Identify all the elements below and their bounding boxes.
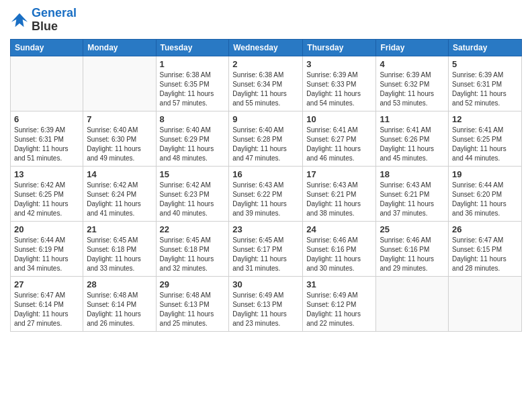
day-number: 26 [452, 224, 518, 234]
calendar-cell: 2Sunrise: 6:38 AM Sunset: 6:34 PM Daylig… [229, 56, 303, 111]
calendar-cell [83, 56, 156, 111]
day-number: 12 [452, 114, 518, 124]
calendar-cell [11, 56, 83, 111]
logo-icon [10, 11, 29, 30]
day-info: Sunrise: 6:40 AM Sunset: 6:30 PM Dayligh… [87, 126, 152, 163]
day-info: Sunrise: 6:49 AM Sunset: 6:12 PM Dayligh… [306, 291, 372, 328]
day-number: 23 [232, 224, 299, 234]
day-info: Sunrise: 6:48 AM Sunset: 6:14 PM Dayligh… [87, 291, 152, 328]
day-info: Sunrise: 6:38 AM Sunset: 6:34 PM Dayligh… [232, 71, 299, 108]
weekday-header-monday: Monday [83, 39, 156, 56]
day-info: Sunrise: 6:39 AM Sunset: 6:33 PM Dayligh… [306, 71, 372, 108]
weekday-header-thursday: Thursday [303, 39, 376, 56]
day-number: 14 [87, 169, 152, 179]
day-info: Sunrise: 6:48 AM Sunset: 6:13 PM Dayligh… [160, 291, 226, 328]
calendar-cell: 31Sunrise: 6:49 AM Sunset: 6:12 PM Dayli… [303, 276, 376, 331]
week-row-5: 27Sunrise: 6:47 AM Sunset: 6:14 PM Dayli… [11, 276, 522, 331]
calendar-cell: 9Sunrise: 6:40 AM Sunset: 6:28 PM Daylig… [229, 111, 303, 166]
day-info: Sunrise: 6:43 AM Sunset: 6:22 PM Dayligh… [232, 181, 299, 218]
calendar-cell: 29Sunrise: 6:48 AM Sunset: 6:13 PM Dayli… [156, 276, 229, 331]
day-number: 2 [232, 59, 299, 69]
calendar-cell: 6Sunrise: 6:39 AM Sunset: 6:31 PM Daylig… [11, 111, 83, 166]
day-info: Sunrise: 6:46 AM Sunset: 6:16 PM Dayligh… [380, 236, 445, 273]
day-number: 21 [87, 224, 152, 234]
calendar-cell: 24Sunrise: 6:46 AM Sunset: 6:16 PM Dayli… [303, 221, 376, 276]
calendar-cell: 5Sunrise: 6:39 AM Sunset: 6:31 PM Daylig… [449, 56, 522, 111]
weekday-header-saturday: Saturday [449, 39, 522, 56]
day-info: Sunrise: 6:41 AM Sunset: 6:25 PM Dayligh… [452, 126, 518, 163]
day-info: Sunrise: 6:49 AM Sunset: 6:13 PM Dayligh… [232, 291, 299, 328]
calendar-cell: 22Sunrise: 6:45 AM Sunset: 6:18 PM Dayli… [156, 221, 229, 276]
calendar-cell: 3Sunrise: 6:39 AM Sunset: 6:33 PM Daylig… [303, 56, 376, 111]
day-info: Sunrise: 6:40 AM Sunset: 6:28 PM Dayligh… [232, 126, 299, 163]
day-info: Sunrise: 6:38 AM Sunset: 6:35 PM Dayligh… [160, 71, 226, 108]
day-number: 4 [380, 59, 445, 69]
day-number: 27 [14, 279, 79, 289]
day-info: Sunrise: 6:42 AM Sunset: 6:25 PM Dayligh… [14, 181, 79, 218]
calendar-cell: 10Sunrise: 6:41 AM Sunset: 6:27 PM Dayli… [303, 111, 376, 166]
calendar-cell: 28Sunrise: 6:48 AM Sunset: 6:14 PM Dayli… [83, 276, 156, 331]
day-number: 20 [14, 224, 79, 234]
calendar-cell: 4Sunrise: 6:39 AM Sunset: 6:32 PM Daylig… [376, 56, 449, 111]
calendar-cell: 8Sunrise: 6:40 AM Sunset: 6:29 PM Daylig… [156, 111, 229, 166]
calendar-cell: 23Sunrise: 6:45 AM Sunset: 6:17 PM Dayli… [229, 221, 303, 276]
day-info: Sunrise: 6:43 AM Sunset: 6:21 PM Dayligh… [306, 181, 372, 218]
calendar-cell: 16Sunrise: 6:43 AM Sunset: 6:22 PM Dayli… [229, 166, 303, 221]
day-info: Sunrise: 6:44 AM Sunset: 6:20 PM Dayligh… [452, 181, 518, 218]
logo-text: GeneralBlue [32, 7, 77, 34]
day-number: 16 [232, 169, 299, 179]
calendar-cell: 25Sunrise: 6:46 AM Sunset: 6:16 PM Dayli… [376, 221, 449, 276]
day-info: Sunrise: 6:45 AM Sunset: 6:18 PM Dayligh… [87, 236, 152, 273]
day-number: 19 [452, 169, 518, 179]
day-info: Sunrise: 6:45 AM Sunset: 6:17 PM Dayligh… [232, 236, 299, 273]
weekday-header-tuesday: Tuesday [156, 39, 229, 56]
calendar-cell: 20Sunrise: 6:44 AM Sunset: 6:19 PM Dayli… [11, 221, 83, 276]
day-number: 15 [160, 169, 226, 179]
day-number: 3 [306, 59, 372, 69]
weekday-header-sunday: Sunday [11, 39, 83, 56]
day-number: 29 [160, 279, 226, 289]
logo: GeneralBlue [10, 7, 77, 34]
calendar-cell: 26Sunrise: 6:47 AM Sunset: 6:15 PM Dayli… [449, 221, 522, 276]
day-info: Sunrise: 6:42 AM Sunset: 6:23 PM Dayligh… [160, 181, 226, 218]
day-number: 22 [160, 224, 226, 234]
day-number: 25 [380, 224, 445, 234]
calendar-cell: 18Sunrise: 6:43 AM Sunset: 6:21 PM Dayli… [376, 166, 449, 221]
day-number: 28 [87, 279, 152, 289]
day-info: Sunrise: 6:41 AM Sunset: 6:27 PM Dayligh… [306, 126, 372, 163]
week-row-4: 20Sunrise: 6:44 AM Sunset: 6:19 PM Dayli… [11, 221, 522, 276]
day-number: 17 [306, 169, 372, 179]
day-info: Sunrise: 6:40 AM Sunset: 6:29 PM Dayligh… [160, 126, 226, 163]
calendar-page: GeneralBlue SundayMondayTuesdayWednesday… [0, 0, 532, 411]
day-number: 8 [160, 114, 226, 124]
day-info: Sunrise: 6:46 AM Sunset: 6:16 PM Dayligh… [306, 236, 372, 273]
weekday-header-row: SundayMondayTuesdayWednesdayThursdayFrid… [11, 39, 522, 56]
day-number: 30 [232, 279, 299, 289]
day-info: Sunrise: 6:47 AM Sunset: 6:14 PM Dayligh… [14, 291, 79, 328]
calendar-cell: 17Sunrise: 6:43 AM Sunset: 6:21 PM Dayli… [303, 166, 376, 221]
day-info: Sunrise: 6:39 AM Sunset: 6:31 PM Dayligh… [452, 71, 518, 108]
calendar-table: SundayMondayTuesdayWednesdayThursdayFrid… [10, 39, 522, 332]
calendar-cell: 21Sunrise: 6:45 AM Sunset: 6:18 PM Dayli… [83, 221, 156, 276]
calendar-cell: 12Sunrise: 6:41 AM Sunset: 6:25 PM Dayli… [449, 111, 522, 166]
day-info: Sunrise: 6:42 AM Sunset: 6:24 PM Dayligh… [87, 181, 152, 218]
day-info: Sunrise: 6:41 AM Sunset: 6:26 PM Dayligh… [380, 126, 445, 163]
day-number: 5 [452, 59, 518, 69]
calendar-cell: 15Sunrise: 6:42 AM Sunset: 6:23 PM Dayli… [156, 166, 229, 221]
calendar-cell: 14Sunrise: 6:42 AM Sunset: 6:24 PM Dayli… [83, 166, 156, 221]
calendar-cell: 13Sunrise: 6:42 AM Sunset: 6:25 PM Dayli… [11, 166, 83, 221]
svg-marker-0 [11, 13, 28, 28]
day-number: 6 [14, 114, 79, 124]
week-row-3: 13Sunrise: 6:42 AM Sunset: 6:25 PM Dayli… [11, 166, 522, 221]
weekday-header-friday: Friday [376, 39, 449, 56]
day-number: 10 [306, 114, 372, 124]
day-number: 18 [380, 169, 445, 179]
day-info: Sunrise: 6:39 AM Sunset: 6:31 PM Dayligh… [14, 126, 79, 163]
calendar-cell: 27Sunrise: 6:47 AM Sunset: 6:14 PM Dayli… [11, 276, 83, 331]
week-row-2: 6Sunrise: 6:39 AM Sunset: 6:31 PM Daylig… [11, 111, 522, 166]
calendar-cell: 11Sunrise: 6:41 AM Sunset: 6:26 PM Dayli… [376, 111, 449, 166]
page-header: GeneralBlue [10, 7, 522, 34]
day-info: Sunrise: 6:45 AM Sunset: 6:18 PM Dayligh… [160, 236, 226, 273]
calendar-cell: 1Sunrise: 6:38 AM Sunset: 6:35 PM Daylig… [156, 56, 229, 111]
day-info: Sunrise: 6:44 AM Sunset: 6:19 PM Dayligh… [14, 236, 79, 273]
